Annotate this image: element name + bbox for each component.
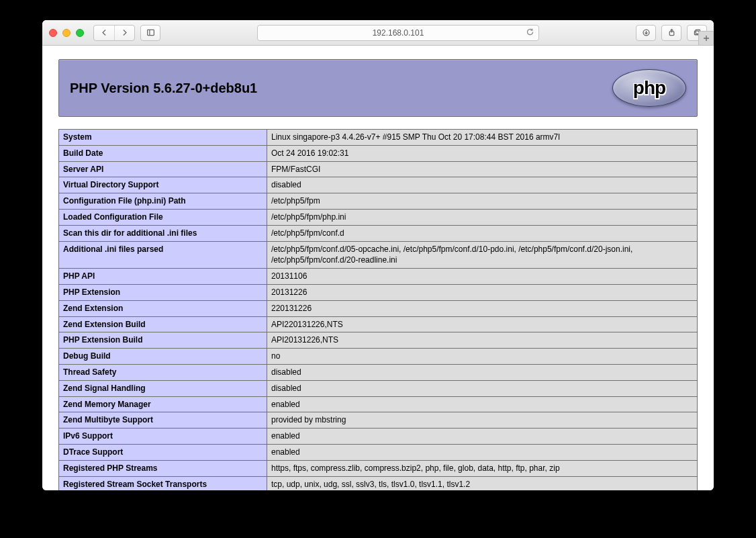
- address-text: 192.168.0.101: [373, 28, 424, 38]
- share-button[interactable]: [661, 25, 681, 41]
- toolbar-right-group: [636, 25, 707, 41]
- phpinfo-value: /etc/php5/fpm/conf.d: [267, 225, 698, 241]
- reload-icon[interactable]: [526, 28, 534, 38]
- back-button[interactable]: [94, 26, 114, 40]
- phpinfo-table: SystemLinux singapore-p3 4.4.26-v7+ #915…: [58, 129, 698, 490]
- phpinfo-value: no: [267, 349, 698, 365]
- minimize-window-button[interactable]: [62, 29, 70, 37]
- table-row: Registered PHP Streamshttps, ftps, compr…: [59, 460, 698, 476]
- phpinfo-key: Registered Stream Socket Transports: [59, 476, 267, 490]
- phpinfo-key: Additional .ini files parsed: [59, 241, 267, 269]
- phpinfo-value: Linux singapore-p3 4.4.26-v7+ #915 SMP T…: [267, 130, 698, 146]
- table-row: Zend Multibyte Supportprovided by mbstri…: [59, 412, 698, 429]
- phpinfo-value: /etc/php5/fpm: [267, 193, 698, 210]
- phpinfo-value: 20131226: [267, 284, 698, 300]
- phpinfo-value: API220131226,NTS: [267, 316, 698, 332]
- phpinfo-header: PHP Version 5.6.27-0+deb8u1 php: [58, 59, 698, 117]
- phpinfo-value: /etc/php5/fpm/conf.d/05-opcache.ini, /et…: [267, 241, 698, 269]
- phpinfo-key: DTrace Support: [59, 444, 267, 460]
- table-row: Registered Stream Socket Transportstcp, …: [59, 476, 698, 490]
- phpinfo-value: https, ftps, compress.zlib, compress.bzi…: [267, 460, 698, 476]
- phpinfo-key: PHP Extension Build: [59, 332, 267, 349]
- php-logo-text: php: [633, 77, 665, 99]
- table-row: Scan this dir for additional .ini files/…: [59, 225, 698, 241]
- table-row: PHP Extension BuildAPI20131226,NTS: [59, 332, 698, 349]
- phpinfo-value: /etc/php5/fpm/php.ini: [267, 209, 698, 225]
- svg-rect-0: [147, 30, 154, 35]
- phpinfo-value: tcp, udp, unix, udg, ssl, sslv3, tls, tl…: [267, 476, 698, 490]
- browser-toolbar: 192.168.0.101: [42, 20, 714, 46]
- phpinfo-value: disabled: [267, 177, 698, 193]
- phpinfo-key: PHP Extension: [59, 284, 267, 300]
- phpinfo-value: Oct 24 2016 19:02:31: [267, 145, 698, 161]
- phpinfo-value: provided by mbstring: [267, 412, 698, 429]
- phpinfo-key: Virtual Directory Support: [59, 177, 267, 193]
- table-row: Zend Extension BuildAPI220131226,NTS: [59, 316, 698, 332]
- table-row: Zend Extension220131226: [59, 300, 698, 316]
- phpinfo-value: 220131226: [267, 300, 698, 316]
- phpinfo-key: IPv6 Support: [59, 429, 267, 445]
- table-row: PHP API20131106: [59, 269, 698, 285]
- table-row: Zend Memory Managerenabled: [59, 396, 698, 412]
- phpinfo-key: Debug Build: [59, 349, 267, 365]
- phpinfo-value: enabled: [267, 396, 698, 412]
- phpinfo-page: PHP Version 5.6.27-0+deb8u1 php SystemLi…: [42, 46, 714, 490]
- phpinfo-value: enabled: [267, 444, 698, 460]
- phpinfo-key: Configuration File (php.ini) Path: [59, 193, 267, 210]
- phpinfo-value: API20131226,NTS: [267, 332, 698, 349]
- browser-window: 192.168.0.101: [42, 20, 714, 490]
- phpinfo-key: PHP API: [59, 269, 267, 285]
- phpinfo-key: Scan this dir for additional .ini files: [59, 225, 267, 241]
- phpinfo-key: Zend Extension Build: [59, 316, 267, 332]
- phpinfo-key: Zend Extension: [59, 300, 267, 316]
- phpinfo-value: disabled: [267, 364, 698, 380]
- phpinfo-key: Zend Multibyte Support: [59, 412, 267, 429]
- table-row: IPv6 Supportenabled: [59, 429, 698, 445]
- phpinfo-key: Build Date: [59, 145, 267, 161]
- table-row: Thread Safetydisabled: [59, 364, 698, 380]
- nav-back-forward-group: [93, 25, 135, 41]
- table-row: Server APIFPM/FastCGI: [59, 161, 698, 177]
- phpinfo-value: disabled: [267, 380, 698, 396]
- page-title: PHP Version 5.6.27-0+deb8u1: [70, 81, 257, 96]
- phpinfo-value: 20131106: [267, 269, 698, 285]
- table-row: Additional .ini files parsed/etc/php5/fp…: [59, 241, 698, 269]
- table-row: Build DateOct 24 2016 19:02:31: [59, 145, 698, 161]
- forward-button[interactable]: [114, 26, 134, 40]
- table-row: DTrace Supportenabled: [59, 444, 698, 460]
- table-row: SystemLinux singapore-p3 4.4.26-v7+ #915…: [59, 130, 698, 146]
- table-row: Loaded Configuration File/etc/php5/fpm/p…: [59, 209, 698, 225]
- phpinfo-key: System: [59, 130, 267, 146]
- zoom-window-button[interactable]: [76, 29, 84, 37]
- phpinfo-key: Server API: [59, 161, 267, 177]
- phpinfo-key: Thread Safety: [59, 364, 267, 380]
- table-row: Configuration File (php.ini) Path/etc/ph…: [59, 193, 698, 210]
- address-bar[interactable]: 192.168.0.101: [257, 25, 539, 41]
- phpinfo-key: Loaded Configuration File: [59, 209, 267, 225]
- sidebar-toggle-button[interactable]: [140, 25, 160, 41]
- table-row: Debug Buildno: [59, 349, 698, 365]
- window-controls: [49, 29, 84, 37]
- phpinfo-key: Registered PHP Streams: [59, 460, 267, 476]
- close-window-button[interactable]: [49, 29, 57, 37]
- phpinfo-value: FPM/FastCGI: [267, 161, 698, 177]
- table-row: Zend Signal Handlingdisabled: [59, 380, 698, 396]
- new-tab-button[interactable]: [698, 31, 714, 46]
- table-row: PHP Extension20131226: [59, 284, 698, 300]
- table-row: Virtual Directory Supportdisabled: [59, 177, 698, 193]
- phpinfo-key: Zend Memory Manager: [59, 396, 267, 412]
- phpinfo-key: Zend Signal Handling: [59, 380, 267, 396]
- page-viewport[interactable]: PHP Version 5.6.27-0+deb8u1 php SystemLi…: [42, 46, 714, 490]
- downloads-button[interactable]: [636, 25, 656, 41]
- php-logo: php: [612, 69, 686, 107]
- phpinfo-value: enabled: [267, 429, 698, 445]
